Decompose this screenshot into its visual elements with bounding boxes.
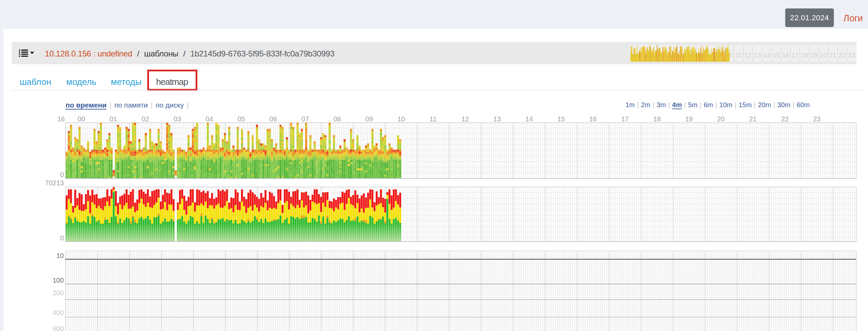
- svg-text:22: 22: [839, 52, 846, 59]
- svg-text:14: 14: [763, 52, 771, 59]
- svg-text:23: 23: [848, 52, 855, 59]
- svg-text:19: 19: [811, 52, 818, 59]
- svg-text:17: 17: [792, 52, 799, 59]
- svg-text:21: 21: [829, 52, 836, 59]
- svg-text:16: 16: [782, 52, 789, 59]
- svg-text:20: 20: [820, 52, 827, 59]
- svg-text:15: 15: [773, 52, 780, 59]
- svg-text:18: 18: [801, 52, 808, 59]
- svg-text:11: 11: [735, 52, 742, 59]
- svg-text:13: 13: [754, 52, 761, 59]
- svg-text:12: 12: [744, 52, 751, 59]
